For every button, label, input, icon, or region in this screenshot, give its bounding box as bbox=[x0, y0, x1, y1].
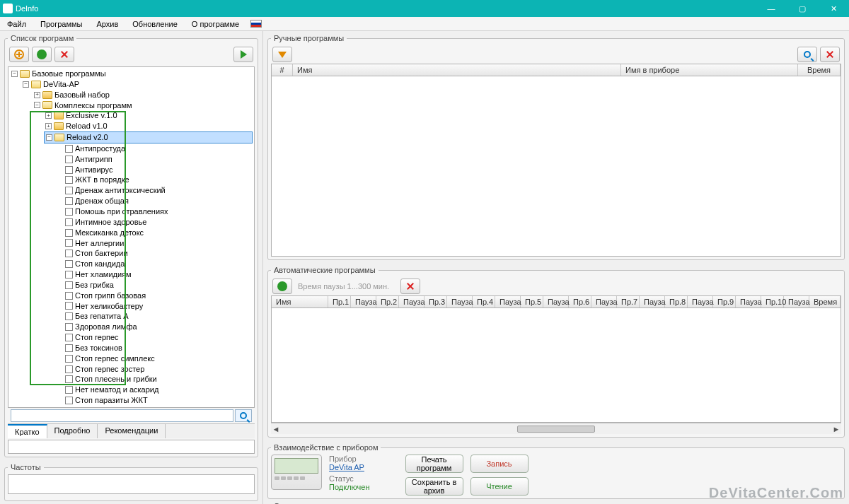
tree-program[interactable]: Здоровая лимфа bbox=[55, 322, 253, 332]
col-pr8[interactable]: Пр.8 bbox=[665, 296, 688, 307]
manual-search-button[interactable] bbox=[797, 47, 817, 62]
checkbox[interactable] bbox=[65, 397, 73, 404]
tree-program[interactable]: Стоп грипп базовая bbox=[55, 291, 253, 301]
checkbox[interactable] bbox=[65, 323, 73, 331]
col-pause8[interactable]: Пауза bbox=[688, 296, 713, 307]
col-in-device[interactable]: Имя в приборе bbox=[621, 64, 798, 76]
auto-add-button[interactable] bbox=[272, 279, 292, 294]
checkbox[interactable] bbox=[65, 386, 73, 394]
col-pause7[interactable]: Пауза bbox=[640, 296, 665, 307]
checkbox[interactable] bbox=[65, 156, 73, 163]
tree-program[interactable]: Стоп кандида bbox=[55, 259, 253, 269]
add-button[interactable] bbox=[32, 47, 52, 62]
print-button[interactable]: Печать программ bbox=[405, 455, 463, 473]
save-archive-button[interactable]: Сохранить в архив bbox=[405, 477, 463, 496]
checkbox[interactable] bbox=[65, 187, 73, 194]
checkbox[interactable] bbox=[65, 344, 73, 352]
forward-button[interactable] bbox=[233, 47, 253, 62]
col-pause6[interactable]: Пауза bbox=[591, 296, 617, 307]
maximize-button[interactable]: ▢ bbox=[787, 0, 818, 17]
menu-about[interactable]: О программе bbox=[185, 20, 246, 28]
auto-hscroll[interactable]: ◄► bbox=[271, 423, 841, 434]
checkbox[interactable] bbox=[65, 166, 73, 174]
tree-program[interactable]: Без гепатита А bbox=[55, 311, 253, 322]
menu-programs[interactable]: Программы bbox=[33, 20, 89, 28]
tree-program[interactable]: Без токсинов bbox=[55, 343, 253, 353]
checkbox[interactable] bbox=[65, 250, 73, 257]
col-pause1[interactable]: Пауза bbox=[351, 296, 376, 307]
col-pause9[interactable]: Пауза bbox=[736, 296, 761, 307]
tree-program[interactable]: Нет хеликобактеру bbox=[55, 301, 253, 312]
tree-program[interactable]: Стоп герпес зостер bbox=[55, 364, 253, 375]
flag-ru-icon[interactable] bbox=[250, 20, 262, 28]
col-num[interactable]: # bbox=[272, 64, 293, 76]
tree-program[interactable]: Стоп бактерии bbox=[55, 248, 253, 259]
checkbox[interactable] bbox=[65, 355, 73, 363]
delete-button[interactable] bbox=[54, 47, 74, 62]
col-name[interactable]: Имя bbox=[272, 296, 328, 307]
checkbox[interactable] bbox=[65, 312, 73, 320]
tree-program[interactable]: Нет хламидиям bbox=[55, 269, 253, 280]
read-button[interactable]: Чтение bbox=[470, 477, 529, 496]
col-pr1[interactable]: Пр.1 bbox=[328, 296, 351, 307]
tree-program[interactable]: Нет нематод и аскарид bbox=[55, 385, 253, 395]
col-pr5[interactable]: Пр.5 bbox=[521, 296, 543, 307]
tab-recs[interactable]: Рекомендации bbox=[98, 424, 166, 438]
search-button[interactable] bbox=[235, 409, 252, 422]
col-pause3[interactable]: Пауза bbox=[447, 296, 473, 307]
tree-program[interactable]: Дренаж общая bbox=[55, 196, 253, 206]
checkbox[interactable] bbox=[65, 292, 73, 300]
checkbox[interactable] bbox=[65, 365, 73, 373]
tree-program[interactable]: Стоп плесень и грибки bbox=[55, 374, 253, 385]
manual-down-button[interactable] bbox=[272, 47, 292, 62]
col-pr10[interactable]: Пр.10 bbox=[761, 296, 784, 307]
close-button[interactable]: ✕ bbox=[818, 0, 849, 17]
checkbox[interactable] bbox=[65, 302, 73, 310]
new-folder-button[interactable] bbox=[9, 47, 29, 62]
tree-program[interactable]: Стоп паразиты ЖКТ bbox=[55, 395, 253, 406]
checkbox[interactable] bbox=[65, 334, 73, 341]
checkbox[interactable] bbox=[65, 145, 73, 153]
tree-program[interactable]: Антигрипп bbox=[55, 154, 253, 165]
checkbox[interactable] bbox=[65, 218, 73, 226]
tree-program[interactable]: Мексиканка детокс bbox=[55, 228, 253, 238]
auto-delete-button[interactable] bbox=[400, 279, 420, 294]
col-pause10[interactable]: Пауза bbox=[784, 296, 809, 307]
tree-complexes[interactable]: −Комплексы программ bbox=[33, 100, 253, 111]
checkbox[interactable] bbox=[65, 197, 73, 205]
tree-folder-selected[interactable]: −Reload v2.0 bbox=[44, 131, 253, 143]
tree-program[interactable]: Антипростуда bbox=[55, 143, 253, 154]
checkbox[interactable] bbox=[65, 271, 73, 279]
col-pause5[interactable]: Пауза bbox=[543, 296, 569, 307]
tree-program[interactable]: Интимное здоровье bbox=[55, 217, 253, 228]
manual-delete-button[interactable] bbox=[820, 47, 840, 62]
checkbox[interactable] bbox=[65, 208, 73, 216]
checkbox[interactable] bbox=[65, 375, 73, 383]
col-pr2[interactable]: Пр.2 bbox=[376, 296, 399, 307]
tree-devita[interactable]: −DeVita-AP bbox=[21, 79, 253, 90]
checkbox[interactable] bbox=[65, 176, 73, 184]
tree-base-set[interactable]: +Базовый набор bbox=[33, 90, 253, 100]
col-pr6[interactable]: Пр.6 bbox=[569, 296, 591, 307]
menu-update[interactable]: Обновление bbox=[125, 20, 185, 28]
tree-program[interactable]: Помошь при отравлениях bbox=[55, 206, 253, 217]
tree-program[interactable]: Нет аллергии bbox=[55, 238, 253, 249]
tree-program[interactable]: Стоп паразиты общая bbox=[55, 406, 253, 408]
tab-detailed[interactable]: Подробно bbox=[47, 424, 98, 438]
write-button[interactable]: Запись bbox=[470, 455, 529, 473]
tree-root-node[interactable]: −Базовые программы bbox=[10, 69, 253, 79]
col-pause2[interactable]: Пауза bbox=[399, 296, 424, 307]
minimize-button[interactable]: — bbox=[756, 0, 787, 17]
checkbox[interactable] bbox=[65, 260, 73, 268]
col-name[interactable]: Имя bbox=[293, 64, 621, 76]
col-pr3[interactable]: Пр.3 bbox=[424, 296, 447, 307]
checkbox[interactable] bbox=[65, 239, 73, 247]
checkbox[interactable] bbox=[65, 281, 73, 289]
tree-folder[interactable]: +Reload v1.0 bbox=[44, 121, 253, 131]
program-tree[interactable]: −Базовые программы−DeVita-AP+Базовый наб… bbox=[8, 67, 254, 408]
menu-file[interactable]: Файл bbox=[0, 20, 33, 28]
tree-program[interactable]: ЖКТ в порядке bbox=[55, 175, 253, 185]
tree-program[interactable]: Без грибка bbox=[55, 280, 253, 291]
col-pr4[interactable]: Пр.4 bbox=[473, 296, 495, 307]
tree-folder[interactable]: +Exclusive v.1.0 bbox=[44, 110, 253, 121]
